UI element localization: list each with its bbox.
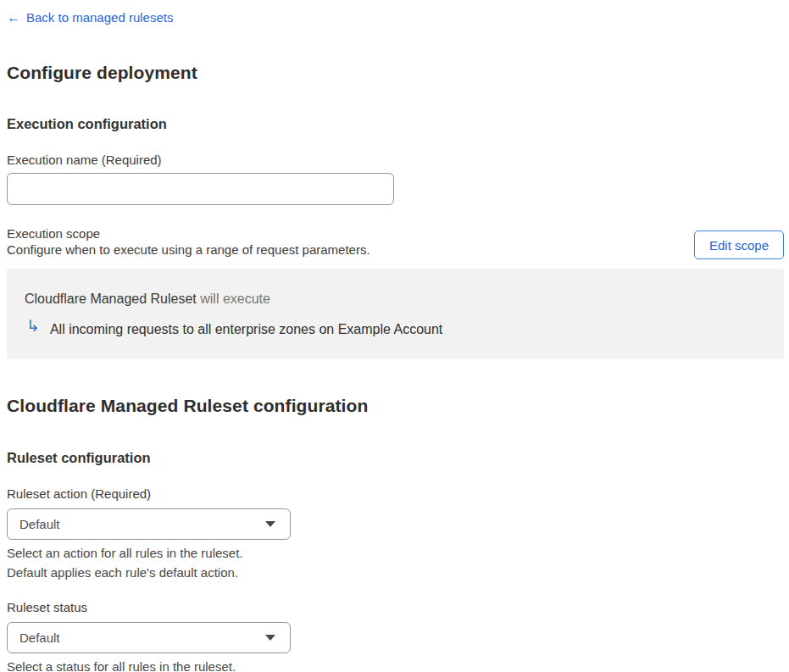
scope-summary-panel: Cloudflare Managed Ruleset will execute … [7, 269, 784, 359]
configure-deployment-page: ← Back to managed rulesets Configure dep… [0, 0, 789, 672]
ruleset-action-help-line2: Default applies each rule's default acti… [7, 563, 784, 582]
ruleset-action-label: Ruleset action (Required) [7, 486, 784, 501]
chevron-down-icon [265, 521, 275, 527]
ruleset-action-select[interactable]: Default [7, 508, 291, 540]
ruleset-status-help: Select a status for all rules in the rul… [7, 657, 784, 672]
back-arrow-icon: ← [7, 10, 20, 25]
scope-ruleset-name: Cloudflare Managed Ruleset [25, 292, 197, 306]
ruleset-action-help: Select an action for all rules in the ru… [7, 543, 784, 582]
scope-detail-text: All incoming requests to all enterprise … [50, 320, 442, 339]
chevron-down-icon [265, 635, 275, 641]
execution-scope-row: Execution scope Configure when to execut… [7, 225, 784, 259]
ruleset-action-selected-value: Default [19, 517, 60, 531]
ruleset-action-help-line1: Select an action for all rules in the ru… [7, 543, 784, 563]
execution-scope-description: Configure when to execute using a range … [7, 242, 370, 258]
ruleset-status-help-line1: Select a status for all rules in the rul… [7, 657, 784, 672]
execution-scope-label: Execution scope [7, 225, 370, 242]
edit-scope-button[interactable]: Edit scope [694, 230, 784, 259]
scope-will-execute-text: will execute [200, 292, 270, 306]
ruleset-status-label: Ruleset status [7, 600, 784, 614]
ruleset-status-select[interactable]: Default [7, 622, 291, 653]
back-link-label: Back to managed rulesets [26, 10, 173, 25]
execution-name-label: Execution name (Required) [7, 153, 784, 167]
hook-arrow-icon: ↳ [26, 318, 40, 335]
ruleset-configuration-subheading: Ruleset configuration [7, 450, 784, 466]
page-title: Configure deployment [7, 62, 784, 84]
execution-name-input[interactable] [7, 173, 394, 205]
back-to-managed-rulesets-link[interactable]: ← Back to managed rulesets [7, 10, 173, 25]
scope-detail-line: ↳ All incoming requests to all enterpris… [26, 320, 766, 339]
execution-scope-text-block: Execution scope Configure when to execut… [7, 225, 370, 258]
ruleset-status-selected-value: Default [19, 630, 60, 645]
ruleset-configuration-heading: Cloudflare Managed Ruleset configuration [7, 395, 784, 417]
scope-summary-line: Cloudflare Managed Ruleset will execute [25, 291, 766, 308]
execution-configuration-heading: Execution configuration [7, 116, 784, 132]
